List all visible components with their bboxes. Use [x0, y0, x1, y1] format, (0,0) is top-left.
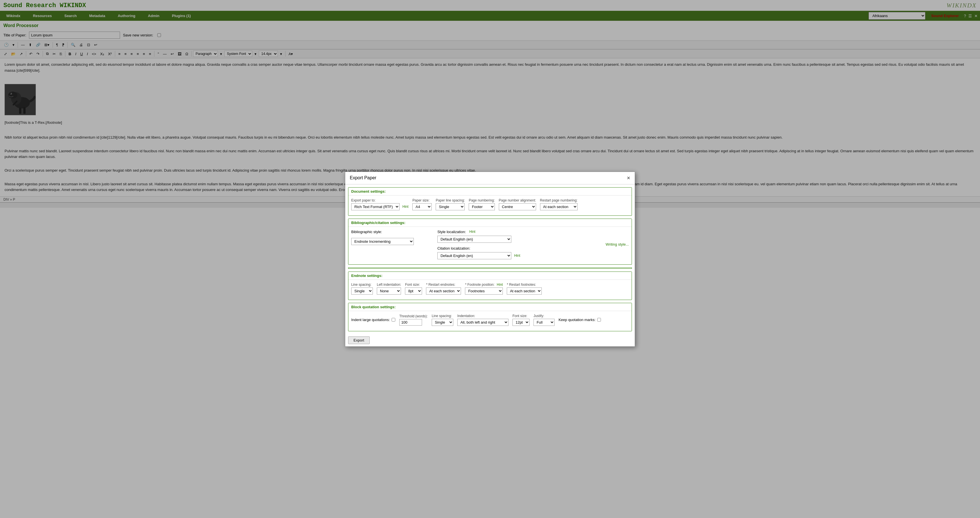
paper-size-label: Paper size:: [412, 198, 432, 202]
hint-export[interactable]: Hint: [402, 205, 408, 208]
restart-page-label: Restart page numbering:: [540, 198, 578, 202]
paper-size-select[interactable]: A4 A3 Letter: [412, 203, 432, 208]
modal-overlay: Export Paper × Document settings: Export…: [0, 0, 980, 208]
paper-line-spacing-label: Paper line spacing:: [436, 198, 465, 202]
restart-page-select[interactable]: At each section Never: [540, 203, 578, 208]
doc-settings-header: Document settings:: [348, 188, 632, 196]
modal-close-button[interactable]: ×: [627, 175, 630, 181]
paper-line-spacing-select[interactable]: Single 1.5 Double: [436, 203, 465, 208]
page-num-align-select[interactable]: Centre Left Right: [499, 203, 536, 208]
export-to-select[interactable]: Rich Text Format (RTF) Plain Text HTML: [351, 203, 399, 208]
page-numbering-label: Page numbering:: [469, 198, 495, 202]
doc-settings-section: Document settings: Export paper to: Rich…: [348, 187, 632, 208]
export-to-label: Export paper to:: [351, 198, 408, 202]
page-numbering-select[interactable]: Footer Header None: [469, 203, 495, 208]
export-modal: Export Paper × Document settings: Export…: [345, 172, 635, 208]
page-num-align-label: Page number alignment:: [499, 198, 536, 202]
modal-title: Export Paper: [350, 175, 376, 180]
